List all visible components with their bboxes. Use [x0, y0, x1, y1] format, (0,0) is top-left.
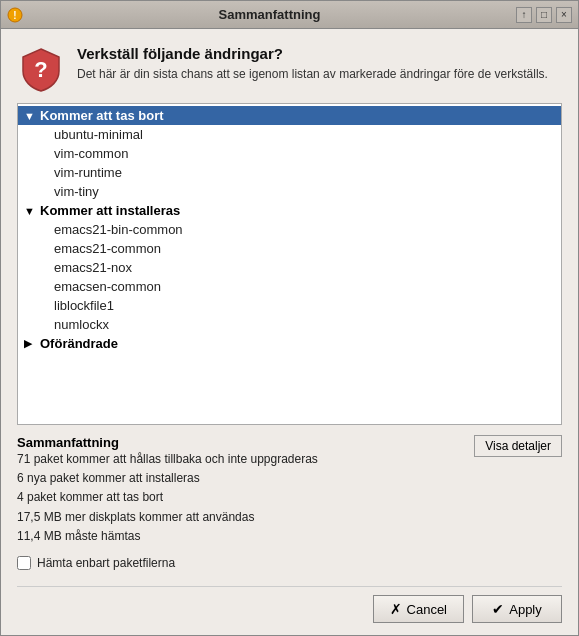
details-button[interactable]: Visa detaljer: [474, 435, 562, 457]
cancel-label: Cancel: [407, 602, 447, 617]
header-row: ? Verkställ följande ändringar? Det här …: [17, 45, 562, 93]
dialog-content: ? Verkställ följande ändringar? Det här …: [1, 29, 578, 586]
cancel-icon: ✗: [390, 601, 402, 617]
main-window: ! Sammanfattning ↑ □ × ? Verkställ följa…: [0, 0, 579, 636]
group-unchanged-arrow: ▶: [24, 337, 36, 350]
download-only-checkbox[interactable]: [17, 556, 31, 570]
summary-line-1: 71 paket kommer att hållas tillbaka och …: [17, 452, 318, 466]
group-unchanged-header[interactable]: ▶ Oförändrade: [18, 334, 561, 353]
summary-row: Sammanfattning 71 paket kommer att hålla…: [17, 435, 562, 546]
titlebar: ! Sammanfattning ↑ □ ×: [1, 1, 578, 29]
list-item[interactable]: numlockx: [18, 315, 561, 334]
apply-icon: ✔: [492, 601, 504, 617]
list-item[interactable]: emacs21-common: [18, 239, 561, 258]
summary-text-block: Sammanfattning 71 paket kommer att hålla…: [17, 435, 318, 546]
checkbox-row: Hämta enbart paketfilerna: [17, 556, 562, 570]
svg-text:?: ?: [34, 57, 47, 82]
window-controls: ↑ □ ×: [516, 7, 572, 23]
list-item[interactable]: liblockfile1: [18, 296, 561, 315]
group-install-header[interactable]: ▼ Kommer att installeras: [18, 201, 561, 220]
window-title: Sammanfattning: [23, 7, 516, 22]
group-remove-arrow: ▼: [24, 110, 36, 122]
list-item[interactable]: vim-tiny: [18, 182, 561, 201]
summary-title: Sammanfattning: [17, 435, 318, 450]
apply-button[interactable]: ✔ Apply: [472, 595, 562, 623]
summary-line-2: 6 nya paket kommer att installeras: [17, 471, 200, 485]
group-remove-label: Kommer att tas bort: [40, 108, 164, 123]
group-install-arrow: ▼: [24, 205, 36, 217]
window-close-btn[interactable]: ×: [556, 7, 572, 23]
summary-line-4: 17,5 MB mer diskplats kommer att använda…: [17, 510, 254, 524]
package-tree: ▼ Kommer att tas bort ubuntu-minimal vim…: [17, 103, 562, 425]
cancel-button[interactable]: ✗ Cancel: [373, 595, 464, 623]
summary-lines: 71 paket kommer att hållas tillbaka och …: [17, 450, 318, 546]
list-item[interactable]: ubuntu-minimal: [18, 125, 561, 144]
window-up-btn[interactable]: ↑: [516, 7, 532, 23]
summary-line-3: 4 paket kommer att tas bort: [17, 490, 163, 504]
header-text: Verkställ följande ändringar? Det här är…: [77, 45, 548, 83]
group-unchanged-label: Oförändrade: [40, 336, 118, 351]
download-only-label: Hämta enbart paketfilerna: [37, 556, 175, 570]
shield-icon: ?: [17, 45, 65, 93]
group-install-label: Kommer att installeras: [40, 203, 180, 218]
list-item[interactable]: emacsen-common: [18, 277, 561, 296]
group-remove-header[interactable]: ▼ Kommer att tas bort: [18, 106, 561, 125]
dialog-title: Verkställ följande ändringar?: [77, 45, 548, 62]
apply-label: Apply: [509, 602, 542, 617]
summary-line-5: 11,4 MB måste hämtas: [17, 529, 140, 543]
window-maximize-btn[interactable]: □: [536, 7, 552, 23]
summary-section: Sammanfattning 71 paket kommer att hålla…: [17, 435, 562, 546]
list-item[interactable]: vim-runtime: [18, 163, 561, 182]
tree-scroll-area[interactable]: ▼ Kommer att tas bort ubuntu-minimal vim…: [18, 104, 561, 424]
list-item[interactable]: vim-common: [18, 144, 561, 163]
app-icon: !: [7, 7, 23, 23]
list-item[interactable]: emacs21-nox: [18, 258, 561, 277]
dialog-description: Det här är din sista chans att se igenom…: [77, 66, 548, 83]
list-item[interactable]: emacs21-bin-common: [18, 220, 561, 239]
svg-text:!: !: [13, 10, 16, 21]
button-row: ✗ Cancel ✔ Apply: [1, 587, 578, 635]
